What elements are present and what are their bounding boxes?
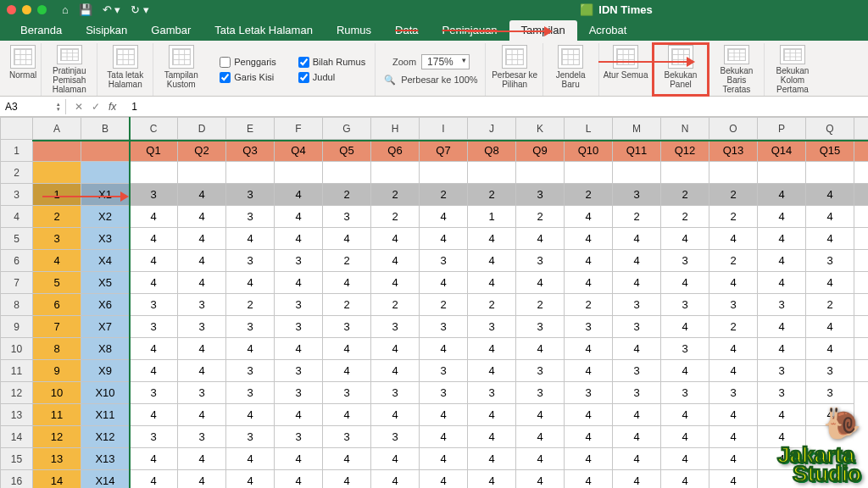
cell[interactable]: 2 bbox=[709, 250, 758, 272]
cell[interactable]: 2 bbox=[323, 294, 371, 316]
cell[interactable]: 4 bbox=[661, 404, 709, 426]
cell[interactable]: 4 bbox=[661, 426, 709, 448]
cell[interactable]: 4 bbox=[371, 228, 420, 250]
cell[interactable] bbox=[33, 162, 81, 184]
cell[interactable]: X9 bbox=[81, 360, 130, 382]
cell[interactable]: 3 bbox=[565, 316, 613, 338]
cell[interactable]: 3 bbox=[709, 294, 758, 316]
cell[interactable]: 4 bbox=[275, 184, 323, 206]
cell[interactable]: 4 bbox=[854, 184, 869, 206]
cell[interactable]: 3 bbox=[275, 360, 323, 382]
cell[interactable]: 3 bbox=[371, 426, 420, 448]
cell[interactable]: 3 bbox=[613, 382, 661, 404]
cell[interactable]: 4 bbox=[468, 250, 516, 272]
cell[interactable]: 4 bbox=[371, 470, 420, 489]
cell[interactable]: 2 bbox=[420, 184, 468, 206]
row-header[interactable]: 2 bbox=[1, 162, 33, 184]
cell[interactable]: 4 bbox=[613, 272, 661, 294]
cell[interactable]: X12 bbox=[81, 426, 130, 448]
cell[interactable]: 3 bbox=[275, 382, 323, 404]
cell[interactable]: 4 bbox=[226, 272, 275, 294]
cell[interactable]: 3 bbox=[661, 294, 709, 316]
menu-tab-beranda[interactable]: Beranda bbox=[8, 20, 74, 41]
cell[interactable]: Q4 bbox=[275, 140, 323, 162]
menu-tab-acrobat[interactable]: Acrobat bbox=[577, 20, 639, 41]
cell[interactable]: 3 bbox=[130, 294, 178, 316]
cell[interactable]: 4 bbox=[323, 404, 371, 426]
row-header[interactable]: 15 bbox=[1, 448, 33, 470]
cell[interactable]: 4 bbox=[371, 272, 420, 294]
cell[interactable]: 4 bbox=[130, 272, 178, 294]
cell[interactable]: 2 bbox=[516, 294, 565, 316]
cell[interactable]: 4 bbox=[420, 272, 468, 294]
cell[interactable]: 4 bbox=[709, 426, 758, 448]
cell[interactable]: 2 bbox=[468, 294, 516, 316]
cell[interactable]: X7 bbox=[81, 316, 130, 338]
win-bekukan-kolom-pertama[interactable]: Bekukan Kolom Pertama bbox=[765, 43, 820, 96]
cell[interactable]: 3 bbox=[226, 382, 275, 404]
zoom-100-button[interactable]: Perbesar ke 100% bbox=[401, 75, 478, 85]
cell[interactable]: 4 bbox=[854, 338, 869, 360]
cell[interactable]: 2 bbox=[226, 294, 275, 316]
cell[interactable] bbox=[81, 162, 130, 184]
col-header[interactable]: A bbox=[33, 118, 81, 140]
cell[interactable]: Q11 bbox=[613, 140, 661, 162]
cell[interactable]: 4 bbox=[758, 404, 806, 426]
cell[interactable] bbox=[275, 162, 323, 184]
cell[interactable]: 4 bbox=[661, 316, 709, 338]
cell[interactable]: Q16 bbox=[854, 140, 869, 162]
cell[interactable]: 4 bbox=[854, 360, 869, 382]
cell[interactable]: 4 bbox=[758, 316, 806, 338]
cell[interactable]: 4 bbox=[130, 250, 178, 272]
cell[interactable]: 4 bbox=[275, 404, 323, 426]
cell[interactable]: 4 bbox=[758, 250, 806, 272]
cell[interactable]: 3 bbox=[613, 316, 661, 338]
cell[interactable]: 3 bbox=[226, 184, 275, 206]
zoom-select[interactable]: 175% bbox=[421, 54, 470, 69]
cell[interactable]: Q1 bbox=[130, 140, 178, 162]
cell[interactable]: 4 bbox=[178, 360, 226, 382]
cell[interactable]: 9 bbox=[33, 360, 81, 382]
cell[interactable]: 4 bbox=[806, 272, 854, 294]
cell[interactable]: 2 bbox=[709, 184, 758, 206]
cell[interactable]: 4 bbox=[709, 470, 758, 489]
cell[interactable]: 4 bbox=[468, 360, 516, 382]
col-header[interactable]: C bbox=[130, 118, 178, 140]
col-header[interactable]: G bbox=[323, 118, 371, 140]
cell[interactable]: 4 bbox=[661, 448, 709, 470]
cell[interactable]: 4 bbox=[275, 228, 323, 250]
cell[interactable]: 3 bbox=[613, 294, 661, 316]
row-header[interactable]: 9 bbox=[1, 316, 33, 338]
col-header[interactable]: R bbox=[854, 118, 869, 140]
cell[interactable] bbox=[661, 162, 709, 184]
cell[interactable]: 4 bbox=[178, 206, 226, 228]
cell[interactable]: 4 bbox=[178, 404, 226, 426]
cell[interactable]: 4 bbox=[323, 470, 371, 489]
cell[interactable]: 3 bbox=[613, 360, 661, 382]
cell[interactable]: 3 bbox=[130, 426, 178, 448]
cell[interactable]: 4 bbox=[420, 228, 468, 250]
cell[interactable]: 2 bbox=[516, 206, 565, 228]
cell[interactable]: 4 bbox=[323, 448, 371, 470]
cell[interactable]: 4 bbox=[130, 360, 178, 382]
cell[interactable]: 4 bbox=[565, 404, 613, 426]
row-header[interactable]: 8 bbox=[1, 294, 33, 316]
cell[interactable]: 4 bbox=[613, 448, 661, 470]
cell[interactable]: 4 bbox=[709, 338, 758, 360]
cell[interactable]: 4 bbox=[613, 228, 661, 250]
cell[interactable] bbox=[81, 140, 130, 162]
cell[interactable]: 4 bbox=[516, 470, 565, 489]
cell[interactable]: 4 bbox=[516, 272, 565, 294]
redo-icon[interactable]: ↻ ▾ bbox=[131, 3, 149, 16]
cell[interactable] bbox=[226, 162, 275, 184]
home-icon[interactable]: ⌂ bbox=[62, 3, 69, 16]
cell[interactable]: 4 bbox=[130, 228, 178, 250]
cell[interactable]: 3 bbox=[130, 382, 178, 404]
cell[interactable]: 4 bbox=[565, 426, 613, 448]
cell[interactable]: 4 bbox=[178, 448, 226, 470]
cell[interactable]: 3 bbox=[420, 250, 468, 272]
row-header[interactable]: 7 bbox=[1, 272, 33, 294]
max-dot[interactable] bbox=[37, 5, 47, 14]
undo-icon[interactable]: ↶ ▾ bbox=[103, 3, 121, 16]
cell[interactable]: 3 bbox=[130, 184, 178, 206]
